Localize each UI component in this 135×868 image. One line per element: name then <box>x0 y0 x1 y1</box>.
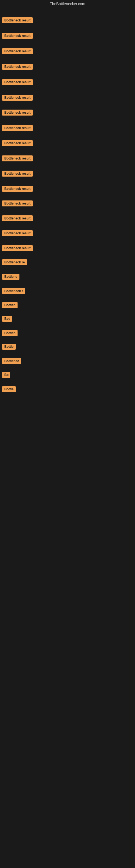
bottleneck-result-item[interactable]: Bottleneck result <box>2 186 33 192</box>
bottleneck-result-item[interactable]: Bottle <box>2 344 16 350</box>
bottleneck-result-item[interactable]: Bottleneck result <box>2 200 33 207</box>
bottleneck-result-item[interactable]: Bottleneck result <box>2 48 33 54</box>
bottleneck-result-item[interactable]: Bottleneck re <box>2 259 27 265</box>
bottleneck-result-item[interactable]: Bottlene <box>2 274 19 280</box>
bottleneck-result-item[interactable]: Bottleneck result <box>2 64 33 70</box>
bottleneck-result-item[interactable]: Bottleneck result <box>2 155 33 161</box>
bottleneck-result-item[interactable]: Bottleneck r <box>2 288 25 294</box>
bottleneck-result-item[interactable]: Bottleneck result <box>2 230 33 236</box>
bottleneck-result-item[interactable]: Bottleneck result <box>2 215 33 221</box>
bottleneck-result-item[interactable]: Bottlenec <box>2 358 21 364</box>
bottleneck-result-item[interactable]: Bottlen <box>2 302 17 308</box>
bottleneck-result-item[interactable]: Bottleneck result <box>2 170 33 177</box>
bottleneck-result-item[interactable]: Bottleneck result <box>2 140 33 146</box>
bottleneck-result-item[interactable]: Bottleneck result <box>2 125 33 131</box>
bottleneck-result-item[interactable]: Bottleneck result <box>2 18 33 23</box>
bottleneck-result-item[interactable]: Bottleneck result <box>2 33 33 39</box>
bottleneck-result-item[interactable]: Bottlen <box>2 330 17 336</box>
bottleneck-result-item[interactable]: Bottleneck result <box>2 95 33 101</box>
bottleneck-result-item[interactable]: Bot <box>2 316 12 322</box>
site-title: TheBottlenecker.com <box>0 0 135 8</box>
bottleneck-result-item[interactable]: Bottleneck result <box>2 245 33 251</box>
bottleneck-result-item[interactable]: Bo <box>2 372 10 378</box>
bottleneck-result-item[interactable]: Bottle <box>2 386 16 392</box>
bottleneck-result-item[interactable]: Bottleneck result <box>2 79 33 85</box>
bottleneck-result-item[interactable]: Bottleneck result <box>2 110 33 116</box>
